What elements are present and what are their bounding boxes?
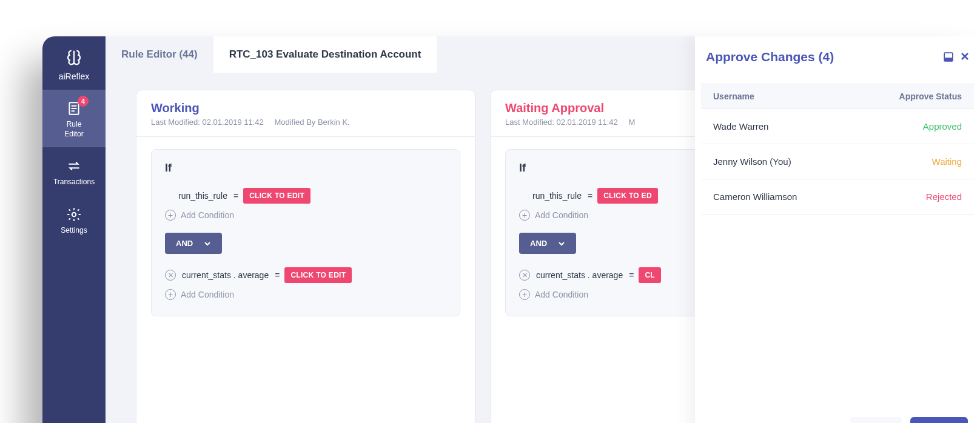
swap-icon xyxy=(66,158,82,174)
nav-badge: 4 xyxy=(78,96,89,107)
condition-operator: = xyxy=(629,270,634,280)
col-status: Approve Status xyxy=(899,92,962,101)
logic-operator-label: AND xyxy=(176,239,193,248)
rule-card-working: Working Last Modified: 02.01.2019 11:42 … xyxy=(136,90,475,423)
click-to-edit-button[interactable]: CL xyxy=(639,267,661,283)
nav-label: Rule Editor xyxy=(42,120,106,139)
approve-row: Jenny Wilson (You) Waiting xyxy=(701,144,974,179)
modified-by: Modified By Berkin K. xyxy=(274,118,349,127)
condition-expression: current_stats . average xyxy=(182,270,269,280)
approve-header: Approve Changes (4) xyxy=(695,36,980,75)
nav-settings[interactable]: Settings xyxy=(42,196,106,244)
approve-username: Jenny Wilson (You) xyxy=(713,156,791,167)
add-condition-button[interactable]: + Add Condition xyxy=(165,289,446,300)
plus-icon: + xyxy=(165,289,176,300)
main-area: Rule Editor (44) RTC_103 Evaluate Destin… xyxy=(106,36,980,423)
brain-logo-icon xyxy=(64,47,84,68)
add-condition-button[interactable]: + Add Condition xyxy=(165,210,446,221)
approve-username: Wade Warren xyxy=(713,121,768,132)
approve-status: Rejected xyxy=(926,192,962,202)
condition-row: run_this_rule = CLICK TO EDIT xyxy=(165,188,446,204)
remove-condition-icon[interactable]: ✕ xyxy=(165,270,176,281)
approve-row: Cameron Williamson Rejected xyxy=(701,179,974,215)
logo-block: aiReflex xyxy=(59,36,90,90)
rule-body: If run_this_rule = CLICK TO EDIT + Add C… xyxy=(136,137,475,328)
gear-icon xyxy=(66,207,82,222)
condition-operator: = xyxy=(588,191,592,201)
rule-meta: Last Modified: 02.01.2019 11:42 Modified… xyxy=(151,118,460,127)
condition-variable: run_this_rule xyxy=(532,191,582,201)
approve-status: Waiting xyxy=(932,156,962,167)
approve-table-header: Username Approve Status xyxy=(701,84,974,109)
click-to-edit-button[interactable]: CLICK TO EDIT xyxy=(284,267,352,283)
publish-button[interactable]: Publish xyxy=(910,417,968,423)
condition-operator: = xyxy=(233,191,238,201)
reject-button[interactable]: Reject xyxy=(850,417,902,423)
if-block: If run_this_rule = CLICK TO EDIT + Add C… xyxy=(151,149,460,316)
add-condition-label: Add Condition xyxy=(535,290,588,299)
add-condition-label: Add Condition xyxy=(181,210,234,220)
rule-title: Working xyxy=(151,101,460,115)
nav-label: Settings xyxy=(42,226,106,236)
sidebar: aiReflex 4 Rule Editor Transactions xyxy=(42,36,106,423)
minimize-icon[interactable] xyxy=(944,52,953,62)
nav-transactions[interactable]: Transactions xyxy=(42,147,106,196)
approve-row: Wade Warren Approved xyxy=(701,109,974,144)
logo-label: aiReflex xyxy=(59,72,90,81)
add-condition-label: Add Condition xyxy=(181,290,234,299)
svg-point-1 xyxy=(72,213,76,217)
chevron-down-icon xyxy=(558,240,565,247)
logic-operator-dropdown[interactable]: AND xyxy=(165,233,222,254)
logic-operator-label: AND xyxy=(530,239,547,248)
approve-footer: Reject Publish xyxy=(695,406,980,423)
add-condition-label: Add Condition xyxy=(535,210,588,220)
rule-header: Working Last Modified: 02.01.2019 11:42 … xyxy=(136,90,475,137)
click-to-edit-button[interactable]: CLICK TO EDIT xyxy=(243,188,310,204)
condition-operator: = xyxy=(275,270,280,280)
tab-rtc-103[interactable]: RTC_103 Evaluate Destination Account xyxy=(213,36,437,73)
click-to-edit-button[interactable]: CLICK TO ED xyxy=(597,188,658,204)
if-label: If xyxy=(165,162,446,175)
tab-rule-editor[interactable]: Rule Editor (44) xyxy=(106,36,213,73)
condition-expression: current_stats . average xyxy=(536,270,623,280)
logic-operator-dropdown[interactable]: AND xyxy=(519,233,576,254)
modified-by: M xyxy=(628,118,635,127)
svg-rect-3 xyxy=(944,58,953,61)
approve-status: Approved xyxy=(923,121,962,132)
plus-icon: + xyxy=(519,210,530,221)
remove-condition-icon[interactable]: ✕ xyxy=(519,270,530,281)
plus-icon: + xyxy=(165,210,176,221)
approve-title: Approve Changes (4) xyxy=(706,50,834,64)
nav-rule-editor[interactable]: 4 Rule Editor xyxy=(42,90,106,147)
close-icon[interactable] xyxy=(961,52,969,62)
plus-icon: + xyxy=(519,289,530,300)
chevron-down-icon xyxy=(204,240,211,247)
last-modified: Last Modified: 02.01.2019 11:42 xyxy=(151,118,264,127)
condition-row: ✕ current_stats . average = CLICK TO EDI… xyxy=(165,267,446,283)
col-username: Username xyxy=(713,92,754,101)
approve-header-actions xyxy=(944,52,969,62)
last-modified: Last Modified: 02.01.2019 11:42 xyxy=(505,118,618,127)
condition-variable: run_this_rule xyxy=(178,191,227,201)
approve-username: Cameron Williamson xyxy=(713,192,797,202)
nav-label: Transactions xyxy=(42,178,106,187)
app-shell: aiReflex 4 Rule Editor Transactions xyxy=(42,36,980,423)
approve-changes-panel: Approve Changes (4) Username Approve Sta… xyxy=(695,36,980,423)
